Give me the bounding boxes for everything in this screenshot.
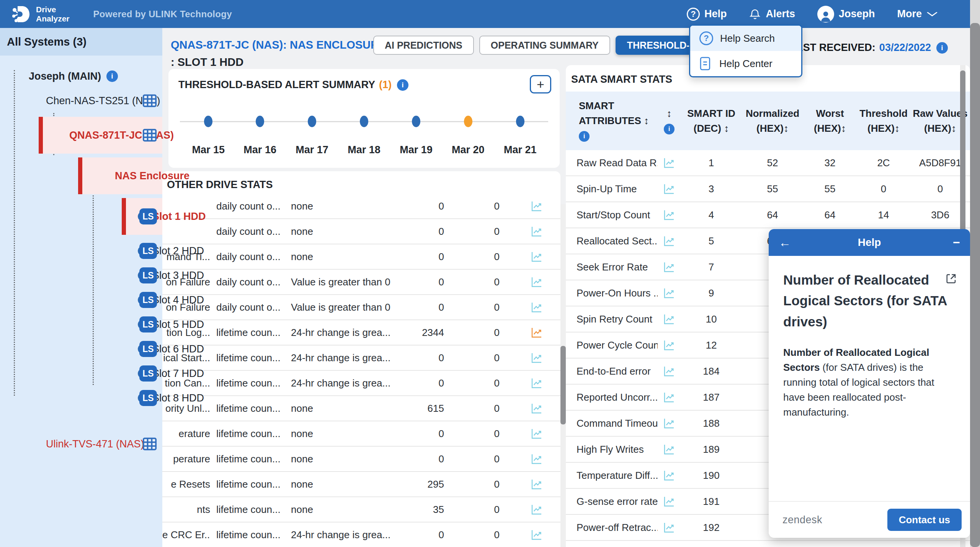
sort-icon[interactable]: ↕ [644,115,649,126]
trend-chart-icon[interactable] [513,529,560,541]
sata-attribute-row: Raw Read Data R... 1 52 32 2C A5D8F91 [566,150,970,176]
trend-chart-icon[interactable] [513,225,560,237]
col-trend[interactable]: ↕i [658,106,681,136]
last-received-date[interactable]: 03/22/2022 [879,42,931,54]
sidebar-tree-item[interactable]: QNAS-871T-JC (NAS) [39,117,162,154]
table-view-icon[interactable] [142,129,157,142]
trend-chart-icon[interactable] [658,183,681,195]
more-menu-button[interactable]: More [897,8,936,20]
trend-chart-icon[interactable] [513,453,560,465]
ls-badge[interactable]: LS [139,243,157,259]
trend-chart-icon[interactable] [658,313,681,325]
scrollbar-thumb[interactable] [560,346,566,424]
view-tab[interactable]: OPERATING SUMMARY [479,36,610,55]
trend-chart-icon[interactable] [513,301,560,313]
info-icon[interactable]: i [579,131,590,142]
info-icon[interactable]: i [664,124,675,134]
trend-chart-icon[interactable] [658,365,681,377]
timeline-alert-dot[interactable] [204,116,212,127]
trend-chart-icon[interactable] [658,495,681,508]
col-threshold[interactable]: Threshold(HEX)↕ [857,106,910,136]
ls-badge[interactable]: LS [139,208,157,224]
trend-chart-icon[interactable] [658,287,681,299]
external-link-icon[interactable] [946,273,957,286]
help-menu-item[interactable]: Help Center [690,51,801,76]
info-icon[interactable]: i [106,70,118,82]
col-worst[interactable]: Worst(HEX)↕ [803,106,857,136]
app-logo[interactable]: Drive Analyzer [11,5,70,24]
trend-chart-icon[interactable] [658,157,681,169]
sidebar-tree-item[interactable]: Ulink-TVS-471 (NAS) [0,432,162,456]
trend-chart-icon[interactable] [513,377,560,389]
sidebar-tree-item[interactable]: Chen-NAS-TS251 (NAS) [0,88,162,113]
ls-badge[interactable]: LS [139,292,157,308]
timeline-alert-dot[interactable] [516,116,524,127]
info-icon[interactable]: i [936,42,948,54]
col-normalized[interactable]: Normalized(HEX)↕ [742,106,803,136]
smart-id-value: 190 [681,470,742,481]
trend-chart-icon[interactable] [658,209,681,221]
minimize-icon[interactable]: − [945,236,960,250]
trend-chart-icon[interactable] [513,503,560,516]
table-view-icon[interactable] [142,94,157,107]
timeline-alert-dot[interactable] [464,116,472,127]
sidebar-tree-item[interactable]: Slot 1 HDD LS [122,198,162,235]
sidebar-tree-item[interactable]: Slot 6 HDD LS [0,337,162,361]
sidebar-tree-item[interactable]: Slot 2 HDD LS [0,239,162,263]
sidebar-tree-item[interactable]: Slot 4 HDD LS [0,288,162,312]
breadcrumb-system[interactable]: QNAS-871T-JC (NAS): NAS ENCLOSURE [171,36,386,54]
sidebar-tree-item[interactable]: Slot 3 HDD LS [0,263,162,288]
trend-chart-icon[interactable] [658,469,681,481]
trend-chart-icon[interactable] [513,478,560,490]
sidebar-tree-item[interactable]: Slot 7 HDD LS [0,361,162,386]
stat-alert-count: 0 [457,504,513,516]
trend-chart-icon[interactable] [513,200,560,212]
timeline-alert-dot[interactable] [360,116,368,127]
timeline-date-label: Mar 19 [400,144,433,156]
sidebar-tree-item[interactable]: Slot 5 HDD LS [0,312,162,337]
scrollbar-thumb[interactable] [970,23,980,547]
col-smart-id[interactable]: SMART ID(DEC) ↕ [681,106,742,136]
stat-alert-condition: none [285,478,400,490]
trend-chart-icon[interactable] [658,443,681,455]
back-arrow-icon[interactable]: ← [779,236,794,250]
trend-chart-icon[interactable] [513,402,560,414]
trend-chart-icon[interactable] [658,339,681,351]
view-tab[interactable]: AI PREDICTIONS [373,36,474,55]
sidebar-tree-item[interactable]: NAS Enclosure [78,157,162,194]
trend-chart-icon[interactable] [658,391,681,403]
trend-chart-icon[interactable] [513,427,560,440]
drive-stats-scrollbar[interactable] [560,204,566,547]
table-view-icon[interactable] [142,437,157,450]
contact-us-button[interactable]: Contact us [887,509,962,531]
user-menu-button[interactable]: Joseph [817,6,875,23]
page-scrollbar[interactable] [970,0,980,547]
ls-badge[interactable]: LS [139,341,157,357]
ls-badge[interactable]: LS [139,365,157,382]
trend-chart-icon[interactable] [513,251,560,263]
help-menu-item[interactable]: ? Help Search [690,26,801,51]
ls-badge[interactable]: LS [139,390,157,406]
timeline-alert-dot[interactable] [412,116,420,127]
trend-chart-icon[interactable] [513,276,560,288]
ls-badge[interactable]: LS [139,316,157,332]
smart-id-value: 192 [681,522,742,534]
timeline-alert-dot[interactable] [308,116,316,127]
ls-badge[interactable]: LS [139,267,157,283]
timeline-alert-dot[interactable] [256,116,264,127]
sidebar-tree-item[interactable]: Slot 8 HDD LS [0,386,162,410]
trend-chart-icon[interactable] [658,417,681,429]
stat-count-type: daily count o... [210,301,285,313]
trend-chart-icon[interactable] [513,352,560,364]
help-menu-button[interactable]: ? Help [687,8,727,21]
col-smart-attributes[interactable]: SMART ATTRIBUTES ↕ i [566,98,658,143]
trend-chart-icon[interactable] [658,235,681,247]
stat-alert-condition: Value is greater than 0 [285,301,400,313]
drive-stat-row: e CRC Er... lifetime coun... 24-hr chang… [162,522,560,547]
alerts-button[interactable]: Alerts [749,8,795,21]
sidebar-tree-item[interactable]: Joseph (MAIN) i [0,64,162,88]
trend-chart-icon[interactable] [658,521,681,534]
attribute-name: Reported Uncorr... [566,391,658,403]
trend-chart-icon[interactable] [513,326,560,339]
trend-chart-icon[interactable] [658,261,681,273]
